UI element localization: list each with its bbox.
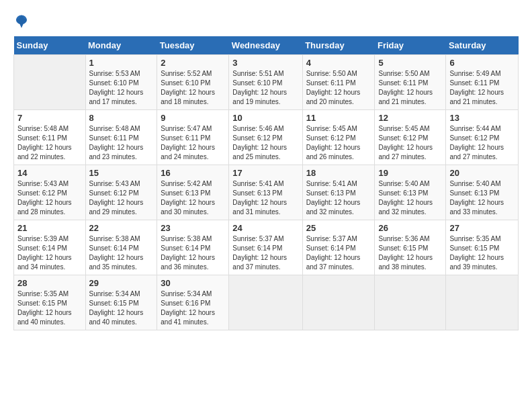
- week-row-5: 28Sunrise: 5:35 AM Sunset: 6:15 PM Dayli…: [14, 275, 519, 330]
- day-info: Sunrise: 5:38 AM Sunset: 6:14 PM Dayligh…: [161, 234, 225, 272]
- day-number: 11: [306, 113, 371, 123]
- day-cell: 25Sunrise: 5:37 AM Sunset: 6:14 PM Dayli…: [302, 220, 375, 275]
- day-cell: 11Sunrise: 5:45 AM Sunset: 6:12 PM Dayli…: [302, 110, 375, 165]
- day-cell: 8Sunrise: 5:48 AM Sunset: 6:11 PM Daylig…: [85, 110, 157, 165]
- day-number: 25: [306, 223, 371, 233]
- col-header-friday: Friday: [375, 36, 446, 55]
- day-number: 26: [378, 223, 442, 233]
- week-row-3: 14Sunrise: 5:43 AM Sunset: 6:12 PM Dayli…: [14, 165, 519, 220]
- day-info: Sunrise: 5:45 AM Sunset: 6:12 PM Dayligh…: [306, 124, 371, 162]
- day-info: Sunrise: 5:53 AM Sunset: 6:10 PM Dayligh…: [89, 69, 154, 107]
- day-cell: 17Sunrise: 5:41 AM Sunset: 6:13 PM Dayli…: [229, 165, 302, 220]
- day-info: Sunrise: 5:40 AM Sunset: 6:13 PM Dayligh…: [378, 179, 442, 217]
- day-cell: 1Sunrise: 5:53 AM Sunset: 6:10 PM Daylig…: [85, 55, 157, 110]
- day-number: 22: [89, 223, 154, 233]
- day-number: 6: [449, 58, 515, 68]
- day-number: 3: [232, 58, 298, 68]
- day-number: 2: [161, 58, 225, 68]
- day-number: 8: [89, 113, 154, 123]
- col-header-saturday: Saturday: [446, 36, 519, 55]
- day-cell: 21Sunrise: 5:39 AM Sunset: 6:14 PM Dayli…: [14, 220, 86, 275]
- day-cell: 6Sunrise: 5:49 AM Sunset: 6:11 PM Daylig…: [446, 55, 519, 110]
- day-info: Sunrise: 5:35 AM Sunset: 6:15 PM Dayligh…: [449, 234, 515, 272]
- day-number: 19: [378, 168, 442, 178]
- calendar-table: SundayMondayTuesdayWednesdayThursdayFrid…: [13, 36, 519, 330]
- day-info: Sunrise: 5:45 AM Sunset: 6:12 PM Dayligh…: [378, 124, 442, 162]
- day-number: 13: [449, 113, 515, 123]
- day-number: 12: [378, 113, 442, 123]
- day-cell: 3Sunrise: 5:51 AM Sunset: 6:10 PM Daylig…: [229, 55, 302, 110]
- day-number: 20: [449, 168, 515, 178]
- day-info: Sunrise: 5:36 AM Sunset: 6:15 PM Dayligh…: [378, 234, 442, 272]
- col-header-monday: Monday: [85, 36, 157, 55]
- day-cell: 5Sunrise: 5:50 AM Sunset: 6:11 PM Daylig…: [375, 55, 446, 110]
- day-cell: 16Sunrise: 5:42 AM Sunset: 6:13 PM Dayli…: [157, 165, 229, 220]
- day-info: Sunrise: 5:43 AM Sunset: 6:12 PM Dayligh…: [89, 179, 154, 217]
- day-cell: 26Sunrise: 5:36 AM Sunset: 6:15 PM Dayli…: [375, 220, 446, 275]
- day-cell: 29Sunrise: 5:34 AM Sunset: 6:15 PM Dayli…: [85, 275, 157, 330]
- week-row-4: 21Sunrise: 5:39 AM Sunset: 6:14 PM Dayli…: [14, 220, 519, 275]
- day-number: 4: [306, 58, 371, 68]
- day-number: 24: [232, 223, 298, 233]
- logo-icon: [13, 13, 30, 30]
- day-cell: 10Sunrise: 5:46 AM Sunset: 6:12 PM Dayli…: [229, 110, 302, 165]
- day-number: 5: [378, 58, 442, 68]
- col-header-wednesday: Wednesday: [229, 36, 302, 55]
- col-header-tuesday: Tuesday: [157, 36, 229, 55]
- day-info: Sunrise: 5:42 AM Sunset: 6:13 PM Dayligh…: [161, 179, 225, 217]
- day-number: 28: [17, 278, 82, 288]
- day-cell: 27Sunrise: 5:35 AM Sunset: 6:15 PM Dayli…: [446, 220, 519, 275]
- day-cell: 19Sunrise: 5:40 AM Sunset: 6:13 PM Dayli…: [375, 165, 446, 220]
- day-cell: 14Sunrise: 5:43 AM Sunset: 6:12 PM Dayli…: [14, 165, 86, 220]
- day-number: 14: [17, 168, 82, 178]
- day-number: 15: [89, 168, 154, 178]
- week-row-1: 1Sunrise: 5:53 AM Sunset: 6:10 PM Daylig…: [14, 55, 519, 110]
- day-cell: 23Sunrise: 5:38 AM Sunset: 6:14 PM Dayli…: [157, 220, 229, 275]
- day-cell: [446, 275, 519, 330]
- day-info: Sunrise: 5:34 AM Sunset: 6:15 PM Dayligh…: [89, 289, 154, 327]
- day-info: Sunrise: 5:48 AM Sunset: 6:11 PM Dayligh…: [89, 124, 154, 162]
- day-cell: 18Sunrise: 5:41 AM Sunset: 6:13 PM Dayli…: [302, 165, 375, 220]
- day-number: 17: [232, 168, 298, 178]
- day-info: Sunrise: 5:49 AM Sunset: 6:11 PM Dayligh…: [449, 69, 515, 107]
- day-cell: [229, 275, 302, 330]
- day-cell: 24Sunrise: 5:37 AM Sunset: 6:14 PM Dayli…: [229, 220, 302, 275]
- day-info: Sunrise: 5:38 AM Sunset: 6:14 PM Dayligh…: [89, 234, 154, 272]
- day-cell: 7Sunrise: 5:48 AM Sunset: 6:11 PM Daylig…: [14, 110, 86, 165]
- day-cell: 4Sunrise: 5:50 AM Sunset: 6:11 PM Daylig…: [302, 55, 375, 110]
- day-number: 7: [17, 113, 82, 123]
- day-info: Sunrise: 5:47 AM Sunset: 6:11 PM Dayligh…: [161, 124, 225, 162]
- day-info: Sunrise: 5:50 AM Sunset: 6:11 PM Dayligh…: [306, 69, 371, 107]
- day-info: Sunrise: 5:43 AM Sunset: 6:12 PM Dayligh…: [17, 179, 82, 217]
- day-number: 30: [161, 278, 225, 288]
- day-info: Sunrise: 5:46 AM Sunset: 6:12 PM Dayligh…: [232, 124, 298, 162]
- day-cell: 15Sunrise: 5:43 AM Sunset: 6:12 PM Dayli…: [85, 165, 157, 220]
- day-cell: 28Sunrise: 5:35 AM Sunset: 6:15 PM Dayli…: [14, 275, 86, 330]
- day-number: 21: [17, 223, 82, 233]
- day-info: Sunrise: 5:37 AM Sunset: 6:14 PM Dayligh…: [232, 234, 298, 272]
- day-info: Sunrise: 5:41 AM Sunset: 6:13 PM Dayligh…: [306, 179, 371, 217]
- day-info: Sunrise: 5:37 AM Sunset: 6:14 PM Dayligh…: [306, 234, 371, 272]
- day-info: Sunrise: 5:34 AM Sunset: 6:16 PM Dayligh…: [161, 289, 225, 327]
- day-number: 27: [449, 223, 515, 233]
- day-number: 23: [161, 223, 225, 233]
- logo: [13, 13, 32, 30]
- day-number: 29: [89, 278, 154, 288]
- day-info: Sunrise: 5:50 AM Sunset: 6:11 PM Dayligh…: [378, 69, 442, 107]
- day-number: 18: [306, 168, 371, 178]
- day-cell: 13Sunrise: 5:44 AM Sunset: 6:12 PM Dayli…: [446, 110, 519, 165]
- day-info: Sunrise: 5:44 AM Sunset: 6:12 PM Dayligh…: [449, 124, 515, 162]
- day-number: 9: [161, 113, 225, 123]
- week-row-2: 7Sunrise: 5:48 AM Sunset: 6:11 PM Daylig…: [14, 110, 519, 165]
- day-info: Sunrise: 5:51 AM Sunset: 6:10 PM Dayligh…: [232, 69, 298, 107]
- day-cell: 30Sunrise: 5:34 AM Sunset: 6:16 PM Dayli…: [157, 275, 229, 330]
- day-cell: 22Sunrise: 5:38 AM Sunset: 6:14 PM Dayli…: [85, 220, 157, 275]
- day-info: Sunrise: 5:39 AM Sunset: 6:14 PM Dayligh…: [17, 234, 82, 272]
- col-header-thursday: Thursday: [302, 36, 375, 55]
- col-header-sunday: Sunday: [14, 36, 86, 55]
- day-cell: [14, 55, 86, 110]
- day-info: Sunrise: 5:52 AM Sunset: 6:10 PM Dayligh…: [161, 69, 225, 107]
- header-row: SundayMondayTuesdayWednesdayThursdayFrid…: [14, 36, 519, 55]
- header: [13, 13, 519, 30]
- day-info: Sunrise: 5:40 AM Sunset: 6:13 PM Dayligh…: [449, 179, 515, 217]
